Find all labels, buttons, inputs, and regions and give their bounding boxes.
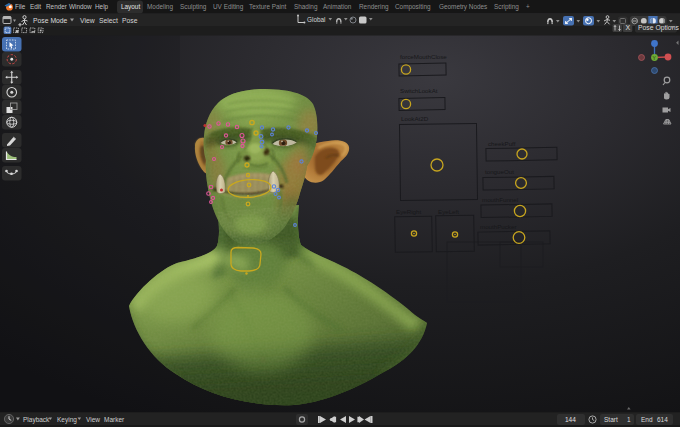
svg-text:Sculpting: Sculpting [180,3,207,11]
svg-text:Select: Select [99,17,118,24]
svg-text:Scripting: Scripting [494,3,519,11]
svg-text:Pose: Pose [122,17,138,24]
svg-text:Edit: Edit [30,3,41,10]
svg-text:+: + [526,3,530,10]
svg-text:EyeRight: EyeRight [396,208,421,215]
svg-text:EyeLeft: EyeLeft [438,208,459,215]
svg-text:Pose Mode: Pose Mode [33,17,68,24]
svg-text:UV Editing: UV Editing [213,3,244,11]
svg-text:cheekPuff: cheekPuff [488,140,516,147]
svg-text:End: End [641,416,653,423]
svg-text:Global: Global [307,16,325,23]
svg-text:mouthPucker: mouthPucker [480,223,516,230]
svg-text:Render: Render [46,3,68,10]
svg-text:Compositing: Compositing [395,3,431,11]
svg-text:SwitchLookAt: SwitchLookAt [400,87,438,94]
svg-text:forceMouthClose: forceMouthClose [400,53,447,60]
svg-text:Help: Help [95,3,109,11]
svg-text:Geometry Nodes: Geometry Nodes [439,3,487,11]
svg-text:614: 614 [657,416,668,423]
svg-text:Window: Window [69,3,92,10]
svg-text:144: 144 [565,416,576,423]
svg-text:LookAt2D: LookAt2D [401,115,429,122]
svg-text:Animation: Animation [323,3,352,10]
svg-text:Rendering: Rendering [359,3,389,11]
svg-text:mouthFunnel: mouthFunnel [482,196,518,203]
svg-text:Playback: Playback [23,416,50,424]
svg-text:tongueOut: tongueOut [485,168,514,175]
svg-text:X: X [625,24,630,31]
svg-text:View: View [86,416,100,423]
svg-text:Start: Start [604,416,618,423]
svg-text:View: View [80,17,95,24]
svg-text:Texture Paint: Texture Paint [249,3,287,10]
svg-text:Keying: Keying [57,416,77,424]
svg-text:Layout: Layout [121,3,140,11]
svg-text:File: File [15,3,26,10]
svg-text:Marker: Marker [104,416,125,423]
svg-text:Shading: Shading [294,3,318,11]
svg-text:Pose Options: Pose Options [638,24,679,32]
svg-text:Modeling: Modeling [147,3,173,11]
svg-text:1: 1 [627,416,631,423]
